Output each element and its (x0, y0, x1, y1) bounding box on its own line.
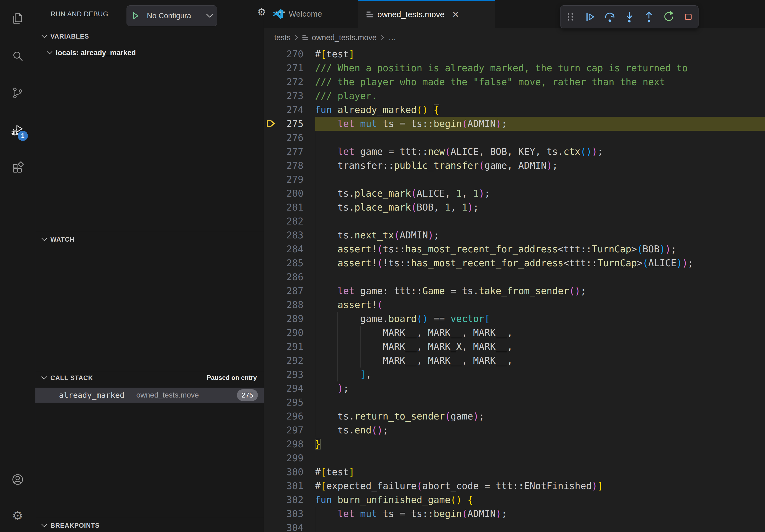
continue-button[interactable] (581, 8, 598, 25)
line-number[interactable]: 295 (264, 396, 304, 409)
line-number[interactable]: 296 (264, 409, 304, 423)
line-number[interactable]: 271 (264, 61, 304, 75)
code-line-276[interactable]: 276 (264, 131, 765, 145)
views-more-icon[interactable]: ··· (275, 7, 287, 17)
code-line-279[interactable]: 279 (264, 172, 765, 186)
variables-section-header[interactable]: VARIABLES (35, 30, 264, 43)
code-line-274[interactable]: 274fun already_marked() { (264, 103, 765, 117)
code-line-278[interactable]: 278 transfer::public_transfer(game, ADMI… (264, 158, 765, 172)
code-line-301[interactable]: 301#[expected_failure(abort_code = ttt::… (264, 479, 765, 493)
code-line-300[interactable]: 300#[test] (264, 465, 765, 479)
stop-button[interactable] (680, 8, 697, 25)
line-number[interactable]: 300 (264, 465, 304, 479)
line-number[interactable]: 273 (264, 89, 304, 103)
toolbar-drag-grip[interactable] (562, 8, 579, 25)
line-number[interactable]: 282 (264, 214, 304, 228)
code-line-287[interactable]: 287 let game: ttt::Game = ts.take_from_s… (264, 284, 765, 298)
line-number[interactable]: 286 (264, 270, 304, 284)
code-lines[interactable]: 270#[test]271/// When a position is alre… (264, 47, 765, 532)
line-number[interactable]: 274 (264, 103, 304, 117)
line-number[interactable]: 278 (264, 158, 304, 172)
launch-config-dropdown[interactable]: No Configura (127, 5, 217, 26)
breadcrumb-file[interactable]: owned_tests.move (312, 33, 377, 42)
code-line-298[interactable]: 298} (264, 437, 765, 451)
settings-gear-icon[interactable]: ⚙ (0, 508, 35, 523)
line-number[interactable]: 280 (264, 186, 304, 200)
code-line-297[interactable]: 297 ts.end(); (264, 423, 765, 437)
line-number[interactable]: 293 (264, 368, 304, 382)
line-number[interactable]: 276 (264, 131, 304, 145)
line-number[interactable]: 301 (264, 479, 304, 493)
line-number[interactable]: 298 (264, 437, 304, 451)
line-number[interactable]: 277 (264, 145, 304, 158)
close-icon[interactable]: ✕ (452, 9, 459, 20)
code-line-302[interactable]: 302fun burn_unfinished_game() { (264, 493, 765, 507)
code-line-282[interactable]: 282 (264, 214, 765, 228)
code-line-283[interactable]: 283 ts.next_tx(ADMIN); (264, 228, 765, 242)
line-number[interactable]: 297 (264, 423, 304, 437)
code-line-271[interactable]: 271/// When a position is already marked… (264, 61, 765, 75)
code-line-281[interactable]: 281 ts.place_mark(BOB, 1, 1); (264, 200, 765, 214)
watch-section-header[interactable]: WATCH (35, 233, 264, 246)
code-line-304[interactable]: 304 (264, 521, 765, 532)
line-number[interactable]: 304 (264, 521, 304, 532)
line-number[interactable]: 291 (264, 340, 304, 354)
code-line-277[interactable]: 277 let game = ttt::new(ALICE, BOB, KEY,… (264, 145, 765, 158)
source-control-icon[interactable] (0, 86, 35, 100)
call-stack-frame-row[interactable]: already_marked owned_tests.move 275 (35, 388, 264, 402)
search-icon[interactable] (0, 50, 35, 63)
code-line-289[interactable]: 289 game.board() == vector[ (264, 312, 765, 326)
line-number[interactable]: 289 (264, 312, 304, 326)
code-line-286[interactable]: 286 (264, 270, 765, 284)
code-line-280[interactable]: 280 ts.place_mark(ALICE, 1, 1); (264, 186, 765, 200)
line-number[interactable]: 283 (264, 228, 304, 242)
code-line-292[interactable]: 292 MARK__, MARK__, MARK__, (264, 354, 765, 368)
step-over-button[interactable] (601, 8, 618, 25)
code-line-273[interactable]: 273/// player. (264, 89, 765, 103)
breadcrumb-more[interactable]: … (388, 33, 396, 42)
explorer-icon[interactable] (0, 12, 35, 25)
locals-tree-item[interactable]: locals: already_marked (35, 46, 264, 60)
step-out-button[interactable] (640, 8, 657, 25)
code-line-285[interactable]: 285 assert!(!ts::has_most_recent_for_add… (264, 256, 765, 270)
code-line-284[interactable]: 284 assert!(ts::has_most_recent_for_addr… (264, 242, 765, 256)
debug-settings-gear-icon[interactable]: ⚙ (257, 6, 266, 18)
code-line-296[interactable]: 296 ts.return_to_sender(game); (264, 409, 765, 423)
line-number[interactable]: 287 (264, 284, 304, 298)
line-number[interactable]: 299 (264, 451, 304, 465)
line-number[interactable]: 279 (264, 172, 304, 186)
code-line-291[interactable]: 291 MARK__, MARK_X, MARK__, (264, 340, 765, 354)
extensions-icon[interactable] (0, 161, 35, 174)
code-line-294[interactable]: 294 ); (264, 382, 765, 396)
line-number[interactable]: 285 (264, 256, 304, 270)
line-number[interactable]: 284 (264, 242, 304, 256)
start-debug-icon[interactable] (131, 11, 140, 20)
code-line-303[interactable]: 303 let mut ts = ts::begin(ADMIN); (264, 507, 765, 521)
restart-button[interactable] (660, 8, 677, 25)
line-number[interactable]: 303 (264, 507, 304, 521)
code-line-295[interactable]: 295 (264, 396, 765, 409)
line-number[interactable]: 272 (264, 75, 304, 89)
code-line-270[interactable]: 270#[test] (264, 47, 765, 61)
account-icon[interactable] (0, 473, 35, 486)
code-line-288[interactable]: 288 assert!( (264, 298, 765, 312)
code-line-275[interactable]: 275 let mut ts = ts::begin(ADMIN); (264, 117, 765, 131)
run-and-debug-icon[interactable]: 1 (0, 124, 35, 137)
tab-owned-tests-move[interactable]: owned_tests.move ✕ (359, 0, 495, 28)
code-line-299[interactable]: 299 (264, 451, 765, 465)
line-number[interactable]: 294 (264, 382, 304, 396)
breadcrumb-folder[interactable]: tests (274, 33, 291, 42)
code-line-272[interactable]: 272/// the player who made the "false" m… (264, 75, 765, 89)
breakpoints-section-header[interactable]: BREAKPOINTS (35, 519, 264, 532)
code-token: ( (416, 105, 422, 115)
line-number[interactable]: 288 (264, 298, 304, 312)
line-number[interactable]: 302 (264, 493, 304, 507)
line-number[interactable]: 270 (264, 47, 304, 61)
code-line-content: ts.end(); (315, 423, 765, 437)
step-into-button[interactable] (621, 8, 638, 25)
line-number[interactable]: 281 (264, 200, 304, 214)
code-line-290[interactable]: 290 MARK__, MARK__, MARK__, (264, 326, 765, 340)
line-number[interactable]: 290 (264, 326, 304, 340)
line-number[interactable]: 292 (264, 354, 304, 368)
code-line-293[interactable]: 293 ], (264, 368, 765, 382)
